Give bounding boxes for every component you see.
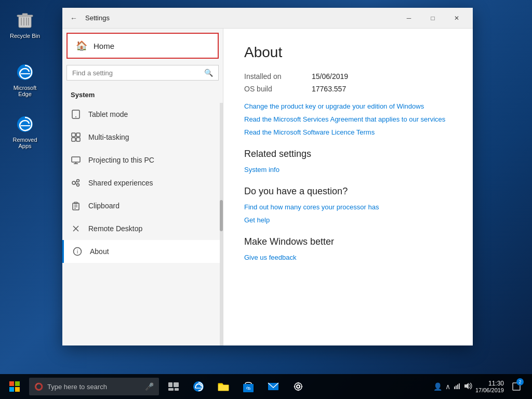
svg-rect-42	[218, 385, 229, 391]
svg-line-22	[75, 183, 77, 184]
svg-rect-2	[23, 18, 24, 25]
svg-rect-15	[72, 157, 80, 162]
removed-apps-icon	[15, 114, 35, 135]
svg-rect-33	[15, 381, 20, 386]
search-icon: 🔍	[204, 69, 213, 77]
sidebar-item-multi-tasking[interactable]: Multi-tasking	[62, 126, 223, 149]
taskbar-explorer-button[interactable]	[212, 375, 235, 398]
os-build-value: 17763.557	[312, 84, 452, 94]
processor-cores-link[interactable]: Find out how many cores your processor h…	[244, 203, 452, 211]
taskbar: ⭕ Type here to search 🎤	[0, 374, 532, 399]
recycle-bin-icon	[15, 10, 35, 31]
projecting-label: Projecting to this PC	[88, 156, 154, 164]
tray-chevron-icon[interactable]: ∧	[445, 382, 450, 391]
software-licence-link[interactable]: Read the Microsoft Software Licence Term…	[244, 128, 452, 136]
title-bar: ← Settings ─ □ ✕	[62, 8, 473, 29]
notification-center-button[interactable]: 2	[507, 375, 526, 398]
task-view-button[interactable]	[162, 375, 185, 398]
start-button[interactable]	[2, 374, 27, 399]
search-box[interactable]: 🔍	[66, 65, 219, 81]
taskbar-search-icon: ⭕	[34, 382, 43, 391]
change-product-key-link[interactable]: Change the product key or upgrade your e…	[244, 102, 452, 110]
tray-clock[interactable]: 11:30 17/06/2019	[475, 380, 504, 393]
svg-rect-6	[22, 14, 28, 15]
svg-rect-34	[9, 387, 14, 392]
svg-rect-11	[72, 133, 75, 137]
tray-volume-icon[interactable]	[464, 382, 472, 391]
tablet-mode-label: Tablet mode	[88, 110, 128, 118]
about-label: About	[90, 247, 109, 256]
taskbar-edge-button[interactable]	[187, 375, 210, 398]
svg-marker-53	[464, 383, 469, 389]
svg-rect-39	[175, 388, 179, 391]
tray-user-icon[interactable]: 👤	[433, 382, 442, 391]
system-info-link[interactable]: System info	[244, 166, 452, 174]
svg-rect-36	[168, 382, 172, 387]
minimize-button[interactable]: ─	[397, 8, 421, 29]
svg-point-47	[295, 383, 302, 390]
tablet-mode-icon	[71, 109, 81, 119]
clipboard-label: Clipboard	[88, 202, 119, 210]
taskbar-search[interactable]: ⭕ Type here to search 🎤	[29, 378, 159, 395]
svg-rect-38	[168, 388, 174, 391]
info-table: Installed on 15/06/2019 OS build 17763.5…	[244, 71, 452, 94]
taskbar-settings-button[interactable]	[287, 375, 310, 398]
shared-experiences-icon	[71, 178, 81, 188]
os-build-label: OS build	[244, 84, 312, 94]
svg-line-21	[75, 181, 77, 182]
content-area: About Installed on 15/06/2019 OS build 1…	[223, 29, 473, 345]
home-button[interactable]: 🏠 Home	[66, 33, 219, 59]
clipboard-icon	[71, 201, 81, 211]
svg-point-20	[77, 184, 79, 187]
installed-on-value: 15/06/2019	[312, 71, 452, 82]
svg-text:🛍: 🛍	[246, 386, 250, 391]
multi-tasking-icon	[71, 132, 81, 142]
recycle-bin-label: Recycle Bin	[10, 33, 40, 39]
taskbar-mic-icon: 🎤	[145, 382, 154, 391]
svg-rect-4	[28, 18, 29, 25]
svg-rect-12	[76, 133, 80, 137]
taskbar-mail-button[interactable]	[262, 375, 285, 398]
question-title: Do you have a question?	[244, 186, 452, 197]
make-better-title: Make Windows better	[244, 236, 452, 247]
sidebar-item-tablet-mode[interactable]: Tablet mode	[62, 103, 223, 126]
give-feedback-link[interactable]: Give us feedback	[244, 254, 452, 261]
svg-rect-32	[9, 381, 14, 386]
sidebar-item-shared-experiences[interactable]: Shared experiences	[62, 171, 223, 194]
back-button[interactable]: ←	[66, 11, 81, 25]
svg-text:i: i	[77, 249, 78, 255]
svg-rect-0	[19, 16, 31, 28]
tray-network-icon[interactable]	[454, 382, 461, 391]
svg-rect-35	[15, 387, 20, 392]
remote-desktop-icon	[71, 223, 81, 234]
desktop: Recycle Bin Microsoft Edge Removed Apps	[0, 0, 532, 399]
tray-date-value: 17/06/2019	[475, 387, 504, 393]
search-input[interactable]	[72, 69, 204, 77]
taskbar-search-text: Type here to search	[47, 383, 143, 391]
close-button[interactable]: ✕	[445, 8, 469, 29]
settings-window: ← Settings ─ □ ✕ 🏠 Home 🔍	[62, 8, 473, 345]
sidebar-item-remote-desktop[interactable]: Remote Desktop	[62, 217, 223, 240]
get-help-link[interactable]: Get help	[244, 216, 452, 224]
installed-on-label: Installed on	[244, 71, 312, 82]
window-title: Settings	[85, 14, 397, 22]
edge-label: Microsoft Edge	[6, 85, 44, 97]
window-body: 🏠 Home 🔍 System Tablet mode	[62, 29, 473, 345]
svg-rect-52	[459, 383, 460, 389]
desktop-icon-removed-apps[interactable]: Removed Apps	[4, 112, 46, 151]
page-title: About	[244, 44, 452, 61]
maximize-button[interactable]: □	[421, 8, 445, 29]
sidebar-item-projecting[interactable]: Projecting to this PC	[62, 149, 223, 171]
services-agreement-link[interactable]: Read the Microsoft Services Agreement th…	[244, 115, 452, 123]
taskbar-store-button[interactable]: 🛍	[237, 375, 260, 398]
sidebar: 🏠 Home 🔍 System Tablet mode	[62, 29, 223, 345]
sidebar-item-clipboard[interactable]: Clipboard	[62, 194, 223, 217]
svg-rect-37	[174, 382, 179, 387]
desktop-icon-recycle-bin[interactable]: Recycle Bin	[4, 8, 46, 41]
about-icon: i	[72, 246, 83, 257]
svg-rect-3	[26, 18, 27, 25]
desktop-icon-edge[interactable]: Microsoft Edge	[4, 60, 46, 99]
remote-desktop-label: Remote Desktop	[88, 224, 142, 233]
svg-rect-14	[76, 138, 80, 141]
sidebar-item-about[interactable]: i About	[62, 240, 223, 263]
